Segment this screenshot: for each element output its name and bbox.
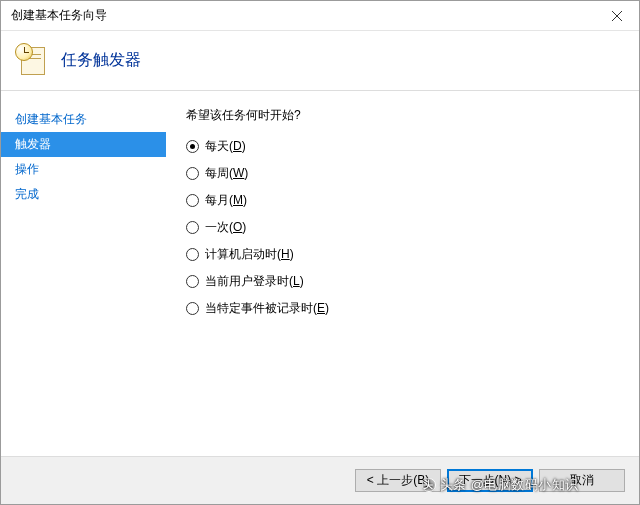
trigger-option-1[interactable]: 每周(W)	[186, 165, 629, 182]
radio-label: 每天(D)	[205, 138, 246, 155]
radio-icon	[186, 302, 199, 315]
titlebar: 创建基本任务向导	[1, 1, 639, 31]
sidebar-item-3[interactable]: 完成	[1, 182, 166, 207]
close-icon	[612, 11, 622, 21]
radio-label: 当特定事件被记录时(E)	[205, 300, 329, 317]
radio-label: 一次(O)	[205, 219, 246, 236]
back-button[interactable]: < 上一步(B)	[355, 469, 441, 492]
wizard-body: 创建基本任务触发器操作完成 希望该任务何时开始? 每天(D)每周(W)每月(M)…	[1, 91, 639, 456]
wizard-icon	[17, 45, 49, 77]
radio-icon	[186, 194, 199, 207]
close-button[interactable]	[594, 1, 639, 30]
trigger-option-3[interactable]: 一次(O)	[186, 219, 629, 236]
radio-icon	[186, 275, 199, 288]
radio-label: 计算机启动时(H)	[205, 246, 294, 263]
trigger-option-0[interactable]: 每天(D)	[186, 138, 629, 155]
trigger-question: 希望该任务何时开始?	[186, 107, 629, 124]
wizard-sidebar: 创建基本任务触发器操作完成	[1, 91, 166, 456]
trigger-radio-group: 每天(D)每周(W)每月(M)一次(O)计算机启动时(H)当前用户登录时(L)当…	[186, 138, 629, 317]
trigger-option-4[interactable]: 计算机启动时(H)	[186, 246, 629, 263]
wizard-header: 任务触发器	[1, 31, 639, 91]
window-title: 创建基本任务向导	[1, 7, 594, 24]
trigger-option-6[interactable]: 当特定事件被记录时(E)	[186, 300, 629, 317]
wizard-header-title: 任务触发器	[61, 50, 141, 71]
wizard-window: 创建基本任务向导 任务触发器 创建基本任务触发器操作完成 希望该任务何时开始? …	[0, 0, 640, 505]
sidebar-item-0[interactable]: 创建基本任务	[1, 107, 166, 132]
cancel-button[interactable]: 取消	[539, 469, 625, 492]
radio-icon	[186, 167, 199, 180]
radio-icon	[186, 248, 199, 261]
next-button[interactable]: 下一步(N) >	[447, 469, 533, 492]
radio-icon	[186, 140, 199, 153]
sidebar-item-2[interactable]: 操作	[1, 157, 166, 182]
sidebar-item-1[interactable]: 触发器	[1, 132, 166, 157]
wizard-content: 希望该任务何时开始? 每天(D)每周(W)每月(M)一次(O)计算机启动时(H)…	[166, 91, 639, 456]
radio-label: 每周(W)	[205, 165, 248, 182]
radio-label: 每月(M)	[205, 192, 247, 209]
radio-icon	[186, 221, 199, 234]
radio-label: 当前用户登录时(L)	[205, 273, 304, 290]
wizard-footer: < 上一步(B) 下一步(N) > 取消 头 头条 @电脑数码小知识	[1, 456, 639, 504]
trigger-option-2[interactable]: 每月(M)	[186, 192, 629, 209]
trigger-option-5[interactable]: 当前用户登录时(L)	[186, 273, 629, 290]
